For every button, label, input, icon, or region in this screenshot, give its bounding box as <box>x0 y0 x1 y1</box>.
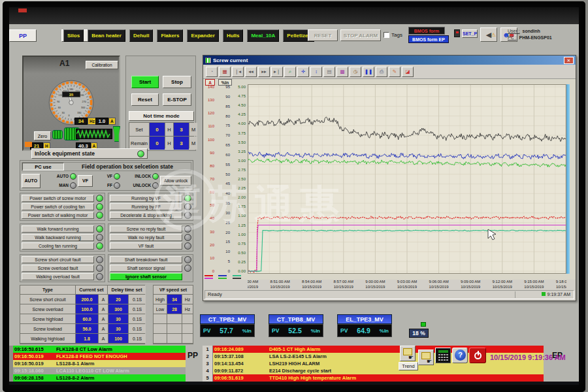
set-minutes[interactable]: 3 <box>174 123 189 136</box>
setting-current-value[interactable]: 56.0 <box>76 324 98 333</box>
rewind-icon[interactable]: ◂◂ <box>245 67 257 77</box>
power-button[interactable] <box>469 348 486 363</box>
zoom-icon[interactable]: ⌕ <box>284 67 296 77</box>
setting-current-value[interactable]: 100.0 <box>76 304 98 314</box>
alarm-time: 09:16:50.019 <box>13 360 54 367</box>
svg-text:120: 120 <box>58 94 62 97</box>
plot-area[interactable] <box>248 84 566 274</box>
axis-tick-label: 35 <box>225 201 230 205</box>
svg-text:35: 35 <box>69 93 74 97</box>
stop-icon[interactable]: ◔ <box>206 67 218 77</box>
axis-tick-label: 60 <box>225 153 230 157</box>
reset-button[interactable]: RESET <box>308 29 338 41</box>
annotate-icon[interactable]: ✎ <box>389 67 400 77</box>
keypad-button[interactable] <box>435 348 451 363</box>
indicator-row: Decelerate & stop walking <box>110 211 191 220</box>
setting-type: Walking highload <box>20 334 75 343</box>
time-label-date: 10/15/2019 <box>270 285 289 290</box>
start-button[interactable]: Start <box>131 76 159 88</box>
setting-delay-value[interactable]: 100 <box>108 334 128 343</box>
allow-unlock-button[interactable]: Allow unlock <box>160 176 191 186</box>
time-label-date: 10/15/2019 <box>429 285 448 290</box>
axis-tick-label: 3.00 <box>238 159 246 163</box>
close-icon[interactable]: ✕ <box>564 57 574 64</box>
alarm-row[interactable]: 09:16:50.019LS128-8-1 Alarm <box>9 360 186 367</box>
section-button-meal-10a[interactable]: Meal_10A <box>247 29 279 42</box>
axis-tick-label: 40 <box>225 191 230 195</box>
page-select-button[interactable]: ☛ <box>418 350 434 365</box>
section-button-dehull[interactable]: Dehull <box>129 29 153 42</box>
pc-use-button[interactable]: PC use <box>22 163 64 171</box>
section-button-expander[interactable]: Expander <box>187 29 218 42</box>
help-button[interactable]: ? <box>452 348 468 363</box>
time-label-time: 9:09:00 AM <box>461 280 480 285</box>
estop-button[interactable]: E-STOP <box>163 93 191 106</box>
forward-icon[interactable]: ▸▸ <box>258 67 270 77</box>
alarm-row[interactable]: 109:16:24.089D405-1 CT High Alarm <box>203 346 544 353</box>
vf-speed-value[interactable]: 34 <box>167 295 182 304</box>
bmos-form-ep-button[interactable]: BMOS form EP <box>408 35 449 43</box>
alarm-horn-button[interactable]: ◀⚠ <box>480 27 497 42</box>
stop-button[interactable]: Stop <box>163 76 191 88</box>
alarm-row[interactable]: 409:09:11.872E214 Discharge cycle start <box>203 367 544 374</box>
bmos-form-button[interactable]: BMOS form <box>408 27 445 35</box>
vertical-zoom-icon[interactable]: ↕ <box>310 67 322 77</box>
alarm-time: 09:15:37.108 <box>213 353 267 360</box>
time-mode-bar[interactable]: Not time mode <box>129 111 194 121</box>
time-range-icon[interactable]: ◷ <box>350 67 361 77</box>
section-button-hulls[interactable]: Hulls <box>223 29 244 42</box>
calibration-button[interactable]: Calibration <box>86 61 118 69</box>
setting-current-value[interactable]: 1.8 <box>76 334 98 343</box>
setp-button[interactable]: SET_P <box>462 29 478 38</box>
alarm-time: 09:16:50.019 <box>13 353 54 360</box>
indicator-label-walk-no-reply-fault: Walk no reply fault <box>110 234 182 241</box>
alarm-row[interactable]: 09:06:28.158LS128-8-2 Alarm <box>9 374 186 382</box>
tab-pp[interactable]: PP <box>9 29 37 42</box>
pan-icon[interactable]: ✛ <box>297 67 309 77</box>
export-icon[interactable]: ◪ <box>402 67 414 77</box>
go-first-icon[interactable]: ❘◂ <box>232 67 244 77</box>
auto-button[interactable]: AUTO <box>22 174 41 188</box>
tags-checkbox[interactable] <box>384 32 389 38</box>
date-picker-icon[interactable]: ▦ <box>219 67 231 77</box>
setting-delay-value[interactable]: 300 <box>108 304 128 314</box>
ignore-shaft-sensor-button[interactable]: Ignore shaft sensor <box>110 273 182 280</box>
vf-speed-value[interactable]: 28 <box>167 304 182 314</box>
setting-type: Screw overload <box>20 304 75 314</box>
indicator-group: Shaft breakdown faultShaft sensor signal… <box>108 254 193 282</box>
compare-icon[interactable]: ▤ <box>323 67 335 77</box>
print-icon[interactable]: ⎙ <box>376 67 387 77</box>
alarm-row[interactable]: 09:16:53.615FLK128-8 CT Low Alarm <box>9 346 186 353</box>
alarm-row[interactable]: 509:06:51.619TTD410 High High temperatur… <box>203 374 544 382</box>
zero-button[interactable]: Zero <box>34 131 51 140</box>
percent-unit: % <box>420 330 425 336</box>
alarm-row[interactable]: 09:15:18.060LCA110 LEG110 CT LOW Alarm <box>9 367 186 374</box>
indicator-label-running-by-ff: Running by FF <box>110 203 182 210</box>
alarm-row[interactable]: 09:16:50.019FLK128-8 FEED NOT ENOUGH <box>9 353 186 360</box>
pause-icon[interactable]: ❚❚ <box>363 67 374 77</box>
setting-delay-value[interactable]: 30 <box>108 324 128 333</box>
go-last-icon[interactable]: ▸❘ <box>271 67 283 77</box>
vf-button[interactable]: VF <box>78 175 93 187</box>
section-button-flakers[interactable]: Flakers <box>157 29 183 42</box>
setting-current-value[interactable]: 200.0 <box>76 295 98 304</box>
grid-icon[interactable]: ▩ <box>336 67 348 77</box>
reset-control-button[interactable]: Reset <box>131 93 159 106</box>
section-button-bean-heater[interactable]: Bean heater <box>88 29 125 42</box>
setting-current-value[interactable]: 60.0 <box>76 314 98 323</box>
trend-titlebar[interactable]: Screw current ✕ <box>203 56 576 65</box>
empty-cell <box>167 314 182 323</box>
section-button-silos[interactable]: Silos <box>63 29 84 42</box>
stop-alarm-button[interactable]: STOP ALARM <box>340 29 381 41</box>
vf-speed-label: High <box>154 295 167 304</box>
settings-row-screw-lowload: Screw lowload56.0A300.1S <box>20 324 144 333</box>
time-label-date: 10/15/2019 <box>556 285 566 290</box>
small-display-icon[interactable] <box>454 29 460 37</box>
setting-delay-value[interactable]: 20 <box>108 295 128 304</box>
readouts: CT_TPB2_MVPV57.7%InCT_TPB8_MVPV52.5%InEL… <box>200 314 392 337</box>
setting-delay-value[interactable]: 30 <box>108 314 128 323</box>
set-hours[interactable]: 0 <box>150 123 165 136</box>
indicator-row: Walk no reply fault <box>110 233 191 242</box>
trend-open-button[interactable]: ☛ <box>400 346 416 361</box>
axis-tick-label: 0.00 <box>238 269 246 273</box>
